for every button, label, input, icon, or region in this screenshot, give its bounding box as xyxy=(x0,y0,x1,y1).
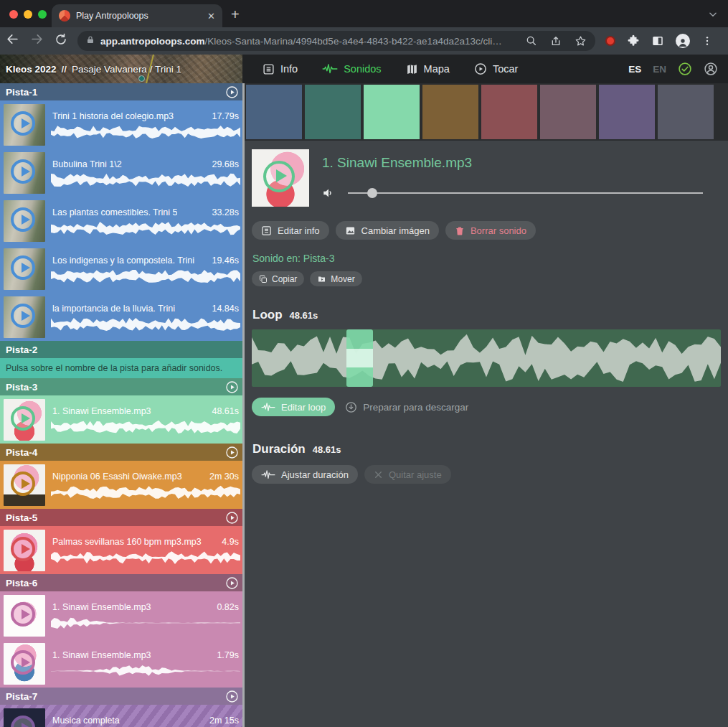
sidebar-scrollbar[interactable] xyxy=(242,83,245,727)
lang-es-button[interactable]: ES xyxy=(628,64,641,75)
clip-title[interactable]: Los indigenas y la compostela. Trini xyxy=(52,255,194,266)
tab-mapa[interactable]: Mapa xyxy=(396,55,460,83)
tab-close-icon[interactable]: ✕ xyxy=(207,11,215,21)
lang-en-button[interactable]: EN xyxy=(653,64,666,75)
clip-thumbnail[interactable] xyxy=(4,104,45,146)
track-header[interactable]: Pista-6 xyxy=(0,574,245,591)
track-color-swatch[interactable] xyxy=(540,85,596,139)
track-color-swatch[interactable] xyxy=(364,85,420,139)
volume-slider[interactable] xyxy=(348,192,703,194)
clip-thumbnail[interactable] xyxy=(4,708,45,727)
track-color-swatch[interactable] xyxy=(422,85,478,139)
tab-sonidos[interactable]: Sonidos xyxy=(312,55,391,83)
clip-title[interactable]: 1. Sinawi Ensemble.mp3 xyxy=(52,406,151,416)
clip-title[interactable]: Nipponia 06 Esashi Oiwake.mp3 xyxy=(52,472,182,482)
map-photo[interactable]: Kleos 2022 // Pasaje Valvanera / Trini 1 xyxy=(0,55,242,83)
edit-info-button[interactable]: Editar info xyxy=(252,221,329,240)
clip-title[interactable]: Trini 1 historia del colegio.mp3 xyxy=(52,111,174,121)
track-header[interactable]: Pista-4 xyxy=(0,444,245,461)
track-name[interactable]: Pista-6 xyxy=(6,578,37,588)
track-name[interactable]: Pista-7 xyxy=(6,691,37,702)
track-play-icon[interactable] xyxy=(225,511,239,525)
loop-waveform[interactable] xyxy=(252,329,721,387)
clip-row[interactable]: 1. Sinawi Ensemble.mp31.79s xyxy=(0,639,245,688)
breadcrumb[interactable]: Kleos 2022 // Pasaje Valvanera / Trini 1 xyxy=(6,55,181,83)
clip-row[interactable]: Las plantas comestibles. Trini 533.28s xyxy=(0,197,245,245)
zoom-icon[interactable] xyxy=(526,35,537,47)
clip-play-icon[interactable] xyxy=(11,650,35,675)
sound-location-track-link[interactable]: Pista-3 xyxy=(303,253,335,264)
clip-thumbnail[interactable] xyxy=(4,399,45,441)
delete-sound-button[interactable]: Borrar sonido xyxy=(445,221,536,240)
browser-menu-icon[interactable] xyxy=(701,35,713,47)
clip-thumbnail[interactable] xyxy=(4,152,45,194)
clip-row[interactable]: Bubulina Trini 1\229.68s xyxy=(0,149,245,197)
track-header[interactable]: Pista-3 xyxy=(0,378,245,395)
volume-icon[interactable] xyxy=(322,187,335,200)
bookmark-star-icon[interactable] xyxy=(575,35,587,47)
track-name[interactable]: Pista-1 xyxy=(6,87,37,98)
track-header[interactable]: Pista-1 xyxy=(0,83,245,100)
address-bar[interactable]: app.antropoloops.com/Kleos-Santa-Marina/… xyxy=(77,31,595,51)
extensions-puzzle-icon[interactable] xyxy=(627,34,640,47)
clip-title[interactable]: Las plantas comestibles. Trini 5 xyxy=(52,207,177,217)
clip-play-icon[interactable] xyxy=(11,207,35,232)
clip-thumbnail[interactable] xyxy=(4,200,45,242)
clip-title[interactable]: la importancia de la lluvia. Trini xyxy=(52,304,175,314)
tab-tocar[interactable]: Tocar xyxy=(464,55,528,83)
new-tab-button[interactable]: + xyxy=(231,6,240,23)
clip-play-icon[interactable] xyxy=(11,602,35,627)
clip-row[interactable]: Musica completa2m 15s xyxy=(0,705,245,727)
clip-title[interactable]: 1. Sinawi Ensemble.mp3 xyxy=(52,650,151,660)
forward-button[interactable] xyxy=(24,32,49,50)
window-controls[interactable] xyxy=(9,10,47,19)
clip-row[interactable]: Palmas sevillanas 160 bpm mp3.mp34.9s xyxy=(0,526,245,574)
back-button[interactable] xyxy=(0,32,24,50)
edit-loop-button[interactable]: Editar loop xyxy=(252,398,335,416)
clip-row[interactable]: Trini 1 historia del colegio.mp317.79s xyxy=(0,100,245,149)
clip-row[interactable]: 1. Sinawi Ensemble.mp30.82s xyxy=(0,591,245,639)
account-icon[interactable] xyxy=(704,62,718,76)
track-play-icon[interactable] xyxy=(225,446,239,459)
clip-play-icon[interactable] xyxy=(11,716,35,727)
track-name[interactable]: Pista-3 xyxy=(6,382,37,393)
sync-check-icon[interactable] xyxy=(678,62,692,76)
clip-title[interactable]: Musica completa xyxy=(52,716,120,726)
clip-thumbnail[interactable] xyxy=(4,595,45,637)
clip-play-icon[interactable] xyxy=(11,537,35,561)
remove-adjust-button[interactable]: Quitar ajuste xyxy=(364,465,451,484)
track-name[interactable]: Pista-2 xyxy=(6,344,37,355)
track-name[interactable]: Pista-4 xyxy=(6,447,37,458)
track-color-swatch[interactable] xyxy=(658,85,714,139)
track-play-icon[interactable] xyxy=(225,576,239,590)
recording-indicator-icon[interactable] xyxy=(605,36,615,46)
change-image-button[interactable]: Cambiar imágen xyxy=(336,221,439,240)
side-panel-icon[interactable] xyxy=(651,34,664,47)
sound-thumbnail[interactable] xyxy=(252,149,309,207)
clip-thumbnail[interactable] xyxy=(4,530,45,571)
track-color-swatch[interactable] xyxy=(246,85,302,139)
track-name[interactable]: Pista-5 xyxy=(6,512,37,523)
share-icon[interactable] xyxy=(550,35,562,47)
clip-thumbnail[interactable] xyxy=(4,643,45,685)
track-color-swatch[interactable] xyxy=(599,85,655,139)
track-header[interactable]: Pista-5 xyxy=(0,509,245,526)
reload-button[interactable] xyxy=(49,33,73,50)
track-color-swatch[interactable] xyxy=(305,85,361,139)
track-header[interactable]: Pista-7 xyxy=(0,688,245,705)
lock-icon[interactable] xyxy=(86,35,95,47)
breadcrumb-project[interactable]: Kleos 2022 xyxy=(6,64,57,75)
track-play-icon[interactable] xyxy=(225,85,239,99)
loop-playhead-band[interactable] xyxy=(346,329,373,387)
clip-play-icon[interactable] xyxy=(11,111,35,136)
sound-play-icon[interactable] xyxy=(263,161,295,192)
prepare-download-button[interactable]: Preparar para descargar xyxy=(345,401,468,413)
track-play-icon[interactable] xyxy=(225,380,239,394)
clip-play-icon[interactable] xyxy=(11,406,35,431)
copy-button[interactable]: Copiar xyxy=(252,271,304,286)
clip-title[interactable]: Palmas sevillanas 160 bpm mp3.mp3 xyxy=(52,537,202,547)
clip-play-icon[interactable] xyxy=(11,159,35,184)
clip-title[interactable]: 1. Sinawi Ensemble.mp3 xyxy=(52,602,151,612)
breadcrumb-path[interactable]: Pasaje Valvanera / Trini 1 xyxy=(72,64,181,75)
tab-info[interactable]: Info xyxy=(252,55,308,83)
